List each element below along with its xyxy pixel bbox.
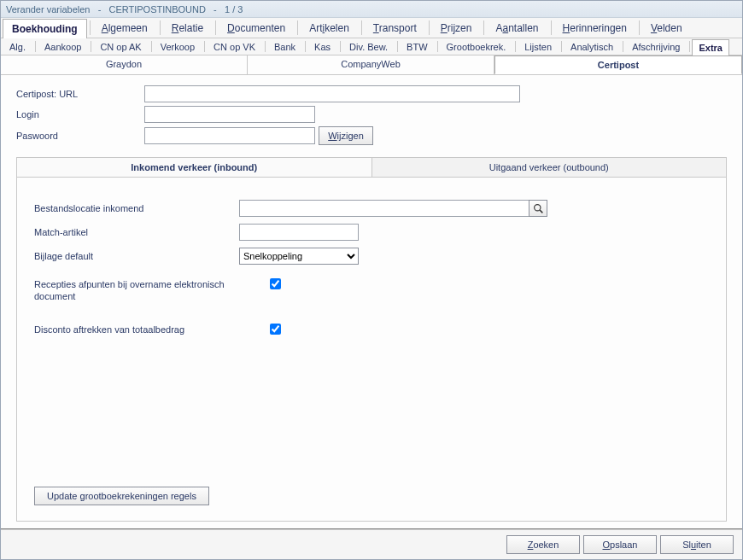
tab-lijsten[interactable]: Lijsten <box>518 38 559 55</box>
tab-bank[interactable]: Bank <box>267 38 302 55</box>
tab-alg-[interactable]: Alg. <box>3 38 32 55</box>
traffic-group: Inkomend verkeer (inbound) Uitgaand verk… <box>16 157 727 522</box>
tab-aankoop[interactable]: Aankoop <box>38 38 88 55</box>
disconto-label: Disconto aftrekken van totaalbedrag <box>34 324 239 335</box>
tab-boekhouding[interactable]: Boekhouding <box>3 19 87 38</box>
tab-cn-op-vk[interactable]: CN op VK <box>207 38 262 55</box>
tabrow-primary: BoekhoudingAlgemeenRelatieDocumentenArti… <box>1 18 742 38</box>
tab-prijzen[interactable]: Prijzen <box>431 18 482 38</box>
tab-certipost[interactable]: Certipost <box>494 55 742 74</box>
tab-btw[interactable]: BTW <box>400 38 434 55</box>
tab-separator <box>429 20 430 35</box>
tab-analytisch[interactable]: Analytisch <box>564 38 620 55</box>
tab-separator <box>437 41 438 52</box>
bestandslocatie-label: Bestandslocatie inkomend <box>34 203 239 213</box>
title-suffix: - 1 / 3 <box>206 4 243 15</box>
tab-separator <box>515 41 516 52</box>
tabrow-secondary: Alg.AankoopCN op AKVerkoopCN op VKBankKa… <box>1 38 742 55</box>
tab-separator <box>91 41 91 52</box>
tab-herinneringen[interactable]: Herinneringen <box>553 18 636 38</box>
recepties-checkbox[interactable] <box>270 278 281 289</box>
certipost-url-label: Certipost: URL <box>16 89 144 99</box>
bijlage-default-label: Bijlage default <box>34 251 239 261</box>
login-input[interactable] <box>144 106 315 123</box>
tab-outbound[interactable]: Uitgaand verkeer (outbound) <box>372 158 727 177</box>
tab-separator <box>623 41 623 52</box>
bestandslocatie-input[interactable] <box>239 200 529 217</box>
opslaan-button[interactable]: Opslaan <box>583 535 657 554</box>
wijzigen-button[interactable]: Wijzigen <box>319 126 373 145</box>
tab-separator <box>305 41 306 52</box>
search-icon <box>533 203 544 214</box>
zoeken-button[interactable]: Zoeken <box>506 535 580 554</box>
tab-artikelen[interactable]: Artikelen <box>300 18 359 38</box>
tab-grootboekrek-[interactable]: Grootboekrek. <box>440 38 513 55</box>
password-label: Paswoord <box>16 131 144 141</box>
certipost-url-input[interactable] <box>144 85 520 102</box>
title-name: CERTIPOSTINBOUND <box>108 4 205 15</box>
window: Verander variabelen - CERTIPOSTINBOUND -… <box>0 0 743 560</box>
footer: Zoeken Opslaan Sluiten <box>1 528 742 559</box>
tab-separator <box>35 41 36 52</box>
tab-transport[interactable]: Transport <box>364 18 426 38</box>
tab-graydon[interactable]: Graydon <box>1 55 248 74</box>
recepties-label: Recepties afpunten bij overname elektron… <box>34 278 239 303</box>
tab-inbound[interactable]: Inkomend verkeer (inbound) <box>17 158 372 177</box>
svg-line-1 <box>540 210 542 213</box>
titlebar: Verander variabelen - CERTIPOSTINBOUND -… <box>1 1 742 18</box>
tab-separator <box>639 20 640 35</box>
group-body: Bestandslocatie inkomend Match-artikel B… <box>17 178 726 521</box>
tab-separator <box>340 41 341 52</box>
tab-separator <box>160 20 161 35</box>
tab-kas[interactable]: Kas <box>307 38 337 55</box>
tab-separator <box>265 41 266 52</box>
tab-separator <box>90 20 91 35</box>
tab-aantallen[interactable]: Aantallen <box>486 18 547 38</box>
bijlage-default-select[interactable]: Snelkoppeling <box>239 248 359 265</box>
disconto-checkbox[interactable] <box>270 324 281 335</box>
tab-relatie[interactable]: Relatie <box>162 18 213 38</box>
tabrow-tertiary: GraydonCompanyWebCertipost <box>1 55 742 75</box>
group-tabs: Inkomend verkeer (inbound) Uitgaand verk… <box>17 158 726 178</box>
tab-separator <box>397 41 398 52</box>
tab-separator <box>483 20 484 35</box>
password-input[interactable] <box>144 127 315 144</box>
login-label: Login <box>16 109 144 120</box>
tab-afschrijving[interactable]: Afschrijving <box>625 38 687 55</box>
tab-verkoop[interactable]: Verkoop <box>154 38 202 55</box>
tab-separator <box>561 41 562 52</box>
tab-separator <box>297 20 298 35</box>
update-grootboek-button[interactable]: Update grootboekrekeningen regels <box>34 487 209 505</box>
tab-div-bew-[interactable]: Div. Bew. <box>342 38 395 55</box>
tab-separator <box>361 20 362 35</box>
title-prefix: Verander variabelen - <box>6 4 108 15</box>
tab-velden[interactable]: Velden <box>641 18 692 38</box>
match-artikel-input[interactable] <box>239 224 359 241</box>
tab-separator <box>689 41 690 52</box>
tab-separator <box>551 20 552 35</box>
tab-algemeen[interactable]: Algemeen <box>92 18 157 38</box>
tab-cn-op-ak[interactable]: CN op AK <box>93 38 148 55</box>
tab-separator <box>151 41 152 52</box>
tab-extra[interactable]: Extra <box>692 39 729 55</box>
browse-button[interactable] <box>529 200 547 217</box>
tab-separator <box>215 20 216 35</box>
tab-documenten[interactable]: Documenten <box>218 18 295 38</box>
tab-separator <box>204 41 205 52</box>
match-artikel-label: Match-artikel <box>34 227 239 237</box>
content-area: Certipost: URL Login Paswoord Wijzigen I… <box>1 75 742 528</box>
sluiten-button[interactable]: Sluiten <box>660 535 734 554</box>
tab-companyweb[interactable]: CompanyWeb <box>248 55 494 74</box>
svg-point-0 <box>534 204 540 210</box>
